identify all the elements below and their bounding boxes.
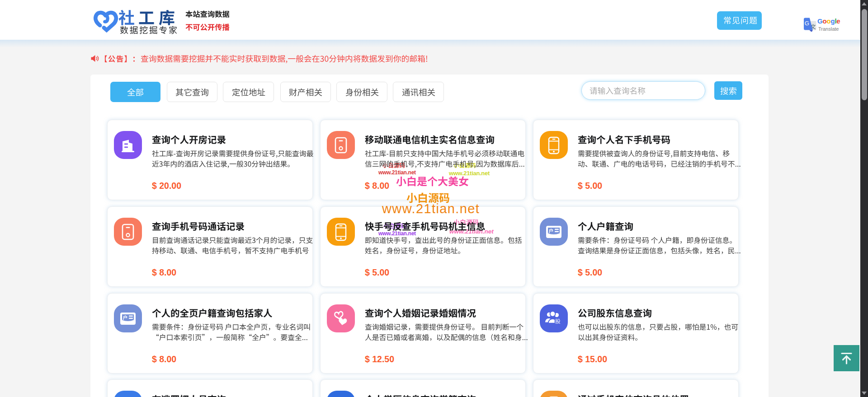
svg-text:G: G: [805, 20, 809, 27]
